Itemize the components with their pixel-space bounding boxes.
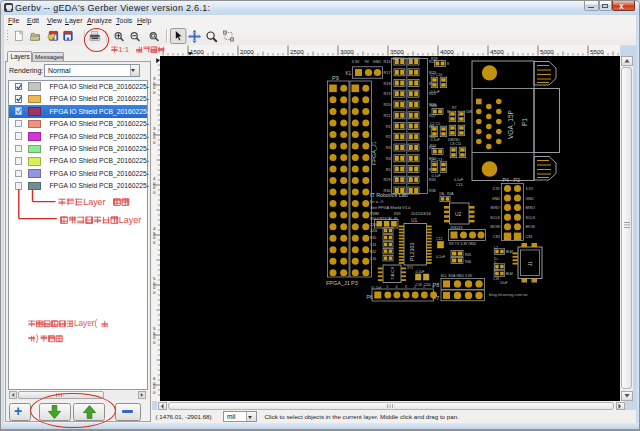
svg-text:SCLK: SCLK (526, 216, 536, 220)
svg-text:0: 0 (153, 90, 156, 95)
svg-text:5500: 5500 (590, 48, 604, 55)
svg-text:3.3V: 3.3V (526, 187, 534, 191)
svg-text:26S019: 26S019 (450, 226, 462, 230)
svg-text:R16: R16 (384, 60, 391, 64)
svg-text:0: 0 (153, 140, 156, 145)
svg-text:DBUS0: DBUS0 (448, 138, 459, 142)
svg-text:4000: 4000 (440, 48, 454, 55)
svg-text:C7 C10: C7 C10 (430, 73, 442, 77)
svg-text:8: 8 (447, 62, 449, 66)
svg-text:R7: R7 (452, 106, 457, 110)
svg-text:IT Robotics Lab: IT Robotics Lab (370, 192, 408, 198)
svg-text:R40: R40 (370, 236, 376, 240)
svg-text:C8 C11: C8 C11 (450, 142, 461, 146)
svg-text:R4B: R4B (430, 104, 438, 108)
svg-text:0.1uF: 0.1uF (436, 255, 446, 259)
svg-text:1:1: 1:1 (118, 45, 129, 54)
svg-text:BLM: BLM (506, 272, 513, 276)
svg-text:0.1uF: 0.1uF (431, 138, 441, 142)
svg-text:U2: U2 (455, 211, 462, 217)
svg-text:P6: P6 (367, 294, 373, 300)
svg-text:RX TX 3.3V GND: RX TX 3.3V GND (449, 242, 477, 246)
svg-text:R28: R28 (431, 57, 438, 61)
svg-text:MOSI: MOSI (526, 225, 535, 229)
svg-text:SCLK: SCLK (490, 216, 500, 220)
svg-text:): ) (36, 334, 39, 343)
svg-text:R19: R19 (384, 92, 391, 96)
svg-text:J1: J1 (528, 261, 533, 266)
svg-text:0.1uF: 0.1uF (454, 178, 464, 182)
svg-text:VGA_15P: VGA_15P (507, 110, 515, 139)
svg-text:2000: 2000 (240, 48, 254, 55)
svg-text:R20: R20 (384, 103, 391, 107)
svg-text:C18: C18 (493, 277, 499, 281)
svg-text:C18: C18 (416, 283, 422, 287)
svg-text:GND: GND (492, 197, 501, 201)
svg-text:2500: 2500 (290, 48, 304, 55)
svg-text:74LCX: 74LCX (390, 267, 395, 280)
svg-text:R49: R49 (394, 212, 401, 216)
svg-text:FPGA_J1: FPGA_J1 (326, 280, 350, 286)
svg-text:3: 3 (405, 285, 407, 289)
svg-text:18k: 18k (439, 192, 445, 196)
svg-text:MOSI: MOSI (491, 225, 500, 229)
svg-text:0.1uF: 0.1uF (432, 174, 442, 178)
svg-text:R46: R46 (465, 260, 471, 264)
svg-text:0: 0 (432, 285, 434, 289)
svg-text:GND: GND (373, 60, 382, 64)
svg-text:P1: P1 (521, 118, 528, 126)
svg-text:P9: P9 (332, 75, 339, 81)
svg-text:U1: U1 (411, 218, 417, 223)
svg-text:P3: P3 (351, 280, 358, 286)
svg-text:R4A: R4A (447, 192, 454, 196)
svg-text:1500: 1500 (190, 48, 204, 55)
svg-text:3500: 3500 (390, 48, 404, 55)
svg-text:8: 8 (447, 110, 449, 114)
svg-text:P2: P2 (514, 177, 520, 183)
svg-text:5: 5 (387, 285, 389, 289)
svg-text:9V: 9V (365, 60, 370, 64)
svg-text:0.1uF: 0.1uF (431, 90, 441, 94)
svg-text:R29: R29 (384, 178, 391, 182)
svg-text:2015/03/16: 2015/03/16 (411, 211, 432, 216)
svg-text:0: 0 (153, 290, 156, 295)
svg-text:2: 2 (414, 285, 416, 289)
svg-text:C12: C12 (436, 237, 443, 241)
svg-text:R18: R18 (384, 82, 391, 86)
svg-text:MISO: MISO (491, 206, 501, 210)
svg-text:blog.ittraining.com.tw: blog.ittraining.com.tw (489, 292, 527, 297)
svg-text:4500: 4500 (490, 48, 504, 55)
svg-text:FPGA_J1: FPGA_J1 (371, 141, 377, 165)
svg-text:MISO: MISO (526, 206, 536, 210)
svg-text:3.3V: 3.3V (352, 60, 360, 64)
svg-text:R21: R21 (384, 114, 391, 118)
svg-text:1: 1 (423, 285, 425, 289)
svg-text:C14: C14 (370, 243, 376, 247)
svg-text:4: 4 (396, 285, 398, 289)
svg-text:SCL SDA GND 3.3V: SCL SDA GND 3.3V (441, 274, 473, 278)
svg-text:0: 0 (153, 390, 156, 395)
svg-text:10uF: 10uF (500, 281, 508, 285)
svg-text:CS1: CS1 (526, 235, 533, 239)
svg-text:R35: R35 (429, 178, 436, 182)
svg-text:De: w. ://t: De: w. ://t (370, 200, 383, 204)
svg-text:XT1: XT1 (407, 266, 413, 270)
svg-text:R5: R5 (386, 168, 391, 172)
svg-text:L1: L1 (494, 268, 498, 272)
svg-text:R3: R3 (386, 146, 391, 150)
svg-text:P4: P4 (503, 177, 509, 183)
svg-text:C9 C13: C9 C13 (430, 158, 442, 162)
svg-text:R42: R42 (370, 250, 376, 254)
svg-text:0: 0 (153, 340, 156, 345)
svg-text:GND: GND (526, 197, 535, 201)
svg-text:0: 0 (153, 240, 156, 245)
svg-text:R36: R36 (429, 189, 436, 193)
svg-text:220k: 220k (370, 223, 378, 227)
svg-text:L2: L2 (494, 246, 498, 250)
svg-text:PL2303: PL2303 (409, 242, 415, 261)
svg-text:BLM: BLM (506, 250, 513, 254)
svg-text:CS2: CS2 (493, 235, 500, 239)
svg-text:0.1uF: 0.1uF (416, 270, 425, 274)
svg-text:R2: R2 (386, 135, 391, 139)
svg-text:C13: C13 (456, 183, 463, 187)
